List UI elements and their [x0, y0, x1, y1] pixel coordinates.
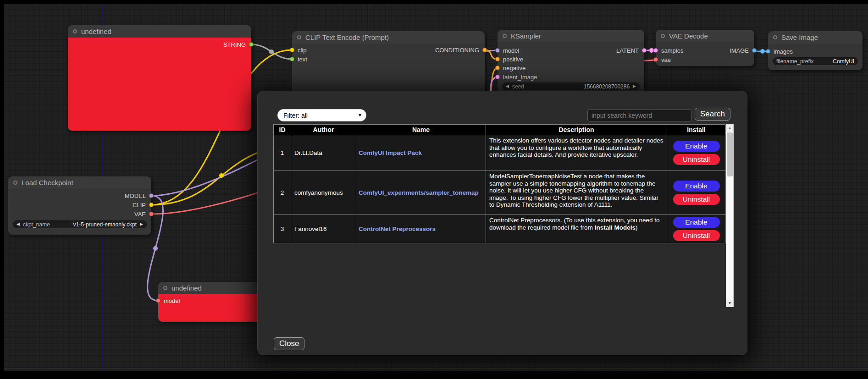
port-dot[interactable] — [290, 48, 294, 52]
port-dot[interactable] — [766, 49, 770, 54]
node-title-bar[interactable]: CLIP Text Encode (Prompt) — [292, 31, 485, 44]
port-label: STRING — [223, 41, 246, 48]
input-port-samples[interactable]: samples — [653, 47, 683, 54]
node-status-icon[interactable] — [163, 286, 167, 290]
output-port-clip[interactable]: CLIP — [133, 201, 154, 209]
port-dot[interactable] — [290, 57, 294, 61]
extension-link[interactable]: ComfyUI_experiments/sampler_tonemap — [359, 189, 479, 196]
column-header-id: ID — [274, 125, 291, 135]
table-row: 2 comfyanonymous ComfyUI_experiments/sam… — [274, 171, 725, 215]
node-status-icon[interactable] — [297, 35, 301, 39]
node-vae-decode[interactable]: VAE Decode samples vae IMAGE — [656, 30, 754, 66]
ckpt-name-widget[interactable]: ◀ ckpt_name v1-5-pruned-emaonly.ckpt ▶ — [13, 220, 147, 228]
port-dot[interactable] — [149, 212, 154, 216]
cell-name: ControlNet Preprocessors — [356, 215, 486, 243]
input-port-positive[interactable]: positive — [495, 55, 523, 63]
port-label: model — [503, 47, 519, 54]
search-button[interactable]: Search — [695, 108, 730, 121]
input-port-images[interactable]: images — [766, 48, 793, 55]
port-dot[interactable] — [482, 48, 487, 52]
output-port-vae[interactable]: VAE — [134, 210, 154, 218]
uninstall-button[interactable]: Uninstall — [673, 154, 720, 165]
comfyui-app: undefined STRING CLIP Text Encode (Promp… — [0, 0, 868, 379]
previous-arrow-icon[interactable]: ◀ — [17, 222, 20, 226]
scroll-down-icon[interactable]: ▼ — [726, 300, 733, 307]
input-port-latent-image[interactable]: latent_image — [495, 73, 537, 81]
node-title-bar[interactable]: undefined — [158, 282, 264, 294]
cell-id: 2 — [274, 171, 291, 215]
cell-description: ModelSamplerTonemapNoiseTest a node that… — [486, 171, 667, 215]
port-dot[interactable] — [653, 48, 658, 53]
node-save-image[interactable]: Save Image images filename_prefix ComfyU… — [768, 31, 862, 70]
cell-name: ComfyUI_experiments/sampler_tonemap — [356, 171, 486, 215]
enable-button[interactable]: Enable — [673, 181, 720, 192]
increment-arrow-icon[interactable]: ▶ — [633, 84, 636, 88]
node-clip-text-encode[interactable]: CLIP Text Encode (Prompt) clip text COND… — [292, 31, 485, 99]
filename-prefix-widget[interactable]: filename_prefix ComfyUI — [773, 57, 858, 65]
node-status-icon[interactable] — [661, 34, 665, 38]
enable-button[interactable]: Enable — [673, 217, 720, 228]
input-port-vae[interactable]: vae — [653, 56, 671, 63]
output-port-conditioning[interactable]: CONDITIONING — [435, 46, 487, 54]
scroll-up-icon[interactable]: ▲ — [726, 125, 733, 132]
node-title-bar[interactable]: undefined — [68, 25, 251, 38]
scrollbar-thumb[interactable] — [727, 132, 733, 176]
node-status-icon[interactable] — [503, 34, 507, 38]
input-port-text[interactable]: text — [290, 55, 307, 63]
node-status-icon[interactable] — [773, 35, 777, 39]
input-port-negative[interactable]: negative — [495, 64, 525, 71]
next-arrow-icon[interactable]: ▶ — [140, 222, 143, 226]
node-status-icon[interactable] — [13, 181, 17, 185]
port-dot[interactable] — [249, 42, 254, 47]
port-dot[interactable] — [149, 203, 154, 207]
node-title: VAE Decode — [669, 32, 708, 40]
node-undefined-bottom[interactable]: undefined model — [158, 282, 264, 322]
node-title-bar[interactable]: Load Checkpoint — [8, 176, 151, 189]
extension-link[interactable]: ComfyUI Impact Pack — [359, 149, 422, 156]
port-label: positive — [503, 56, 523, 63]
port-dot[interactable] — [495, 48, 500, 53]
seed-widget[interactable]: ◀ seed 156680208700286 ▶ — [502, 82, 640, 90]
cell-id: 3 — [274, 215, 291, 243]
table-header-row: ID Author Name Description Install — [274, 125, 725, 135]
output-port-model[interactable]: MODEL — [125, 192, 154, 199]
node-status-icon[interactable] — [73, 29, 77, 33]
node-title-bar[interactable]: Save Image — [768, 31, 862, 44]
input-port-clip[interactable]: clip — [290, 46, 307, 54]
port-label: vae — [661, 56, 671, 63]
cell-id: 1 — [274, 135, 291, 171]
cell-install: Enable Uninstall — [667, 171, 726, 215]
node-title-bar[interactable]: KSampler — [498, 30, 644, 42]
port-dot[interactable] — [156, 298, 160, 303]
node-load-checkpoint[interactable]: Load Checkpoint MODEL CLIP VAE ◀ ckpt_na… — [8, 176, 151, 235]
node-title-bar[interactable]: VAE Decode — [656, 30, 754, 42]
port-label: images — [774, 48, 793, 55]
output-port-image[interactable]: IMAGE — [730, 47, 757, 54]
port-dot[interactable] — [495, 75, 500, 79]
decrement-arrow-icon[interactable]: ◀ — [506, 84, 509, 88]
port-label: text — [298, 56, 307, 63]
input-port-model[interactable]: model — [495, 47, 519, 54]
uninstall-button[interactable]: Uninstall — [673, 230, 720, 241]
port-dot[interactable] — [642, 48, 647, 53]
node-title: KSampler — [511, 32, 541, 40]
table-scrollbar[interactable]: ▲ ▼ — [726, 124, 734, 307]
close-button[interactable]: Close — [274, 337, 304, 350]
node-undefined-top[interactable]: undefined STRING — [68, 25, 251, 131]
port-dot[interactable] — [149, 193, 154, 198]
input-port-model[interactable]: model — [156, 297, 180, 304]
uninstall-button[interactable]: Uninstall — [673, 194, 720, 205]
output-port-latent[interactable]: LATENT — [616, 47, 647, 54]
canvas-axis-horizontal — [4, 368, 868, 368]
cell-description: This extension offers various detector n… — [486, 135, 667, 171]
filter-select[interactable]: Filter: all — [277, 109, 366, 121]
port-dot[interactable] — [653, 57, 658, 62]
manager-dialog: Filter: all ▾ Search ID Author Name Desc… — [257, 91, 747, 355]
port-dot[interactable] — [752, 48, 757, 53]
output-port-string[interactable]: STRING — [223, 41, 254, 48]
extension-link[interactable]: ControlNet Preprocessors — [359, 225, 436, 232]
port-dot[interactable] — [495, 66, 500, 70]
search-input[interactable] — [587, 110, 692, 121]
enable-button[interactable]: Enable — [673, 141, 720, 152]
port-dot[interactable] — [495, 57, 500, 61]
